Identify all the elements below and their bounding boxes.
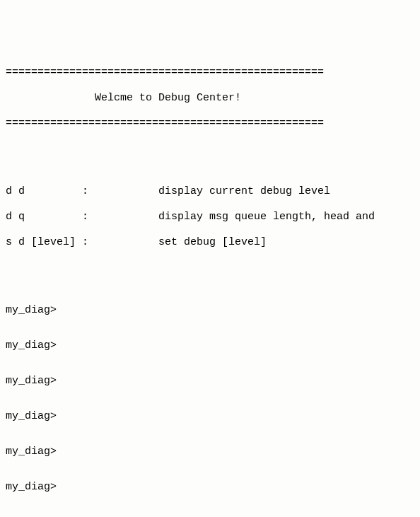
prompt-empty: my_diag> bbox=[6, 375, 414, 388]
prompt-empty: my_diag> bbox=[6, 410, 414, 423]
help-line-dd: d d : display current debug level bbox=[6, 185, 414, 198]
help-line-dq: d q : display msg queue length, head and bbox=[6, 211, 414, 223]
header-title: Welcme to Debug Center! bbox=[6, 92, 414, 105]
prompt-empty: my_diag> bbox=[6, 446, 414, 458]
header-rule-top: ========================================… bbox=[6, 66, 414, 79]
prompt-empty: my_diag> bbox=[6, 304, 414, 317]
header-rule-bottom: ========================================… bbox=[6, 117, 414, 130]
help-line-sd: s d [level] : set debug [level] bbox=[6, 236, 414, 249]
prompt-empty: my_diag> bbox=[6, 481, 414, 494]
prompt-empty: my_diag> bbox=[6, 339, 414, 352]
terminal-output[interactable]: ========================================… bbox=[0, 51, 420, 517]
help-block: d d : display current debug level d q : … bbox=[6, 173, 414, 262]
